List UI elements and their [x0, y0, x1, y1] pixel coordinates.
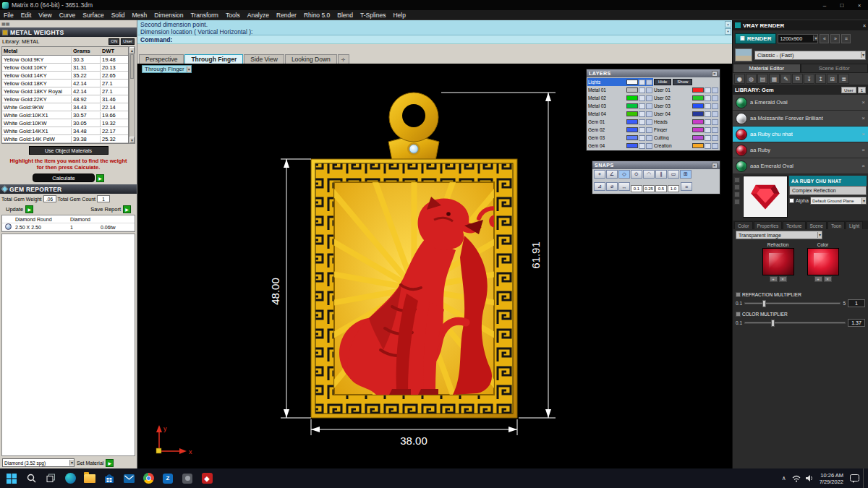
- tab-side-view[interactable]: Side View: [244, 54, 284, 64]
- menu-item[interactable]: Edit: [17, 12, 35, 19]
- layer-row[interactable]: User 02: [653, 94, 719, 102]
- layer-color-chip[interactable]: [692, 87, 704, 93]
- layer-visibility-toggle[interactable]: [705, 127, 711, 133]
- taskbar-clock[interactable]: 10:26 AM 7/29/2022: [817, 472, 846, 485]
- chevron-down-icon[interactable]: ▾: [187, 67, 191, 72]
- layer-lock-toggle[interactable]: [646, 80, 652, 85]
- layer-color-chip[interactable]: [626, 143, 638, 148]
- parallel-snap-icon[interactable]: ∥: [655, 170, 667, 179]
- maximize-icon[interactable]: □: [833, 0, 851, 10]
- gem-table[interactable]: Diamond Round Diamond 2.50 X 2.50 1 0.06…: [1, 215, 135, 232]
- layer-lock-toggle[interactable]: [646, 135, 652, 141]
- material-list-item[interactable]: aa Moissanite Forever Brilliant ×: [733, 111, 868, 127]
- menu-item[interactable]: Dimension: [150, 12, 187, 19]
- update-button[interactable]: ▶: [25, 205, 33, 213]
- store-icon[interactable]: [101, 470, 118, 487]
- volume-icon[interactable]: [804, 470, 814, 487]
- planar-snap-icon[interactable]: ▭: [668, 170, 679, 179]
- color-multiplier-slider[interactable]: [744, 322, 846, 324]
- viewport-title-dropdown[interactable]: Through Finger ▾: [142, 65, 192, 73]
- metal-table-row[interactable]: Yellow Gold:14KY 35.22 22.65: [2, 72, 128, 80]
- slider-handle[interactable]: [771, 320, 775, 327]
- mail-icon[interactable]: [120, 470, 137, 487]
- layer-lock-toggle[interactable]: [712, 119, 718, 125]
- layer-color-chip[interactable]: [692, 111, 704, 116]
- library-on-button[interactable]: ON: [109, 38, 119, 45]
- preview-tool-icon-1[interactable]: [734, 177, 740, 183]
- metal-table-row[interactable]: Yellow Gold:10KY 31.31 20.13: [2, 64, 128, 72]
- diameter-snap-icon[interactable]: ⌀: [606, 182, 618, 191]
- menu-item[interactable]: T-Splines: [357, 12, 389, 19]
- layer-visibility-toggle[interactable]: [639, 119, 645, 125]
- column-dwt[interactable]: DWT: [101, 48, 128, 54]
- layer-lock-toggle[interactable]: [646, 87, 652, 93]
- total-gem-count-value[interactable]: 1: [97, 195, 110, 202]
- menu-item[interactable]: Tools: [222, 12, 244, 19]
- render-button[interactable]: ▣ RENDER: [735, 33, 776, 44]
- layer-row[interactable]: Metal 02: [587, 94, 653, 102]
- layer-color-chip[interactable]: [626, 87, 638, 93]
- menu-item[interactable]: Transform: [187, 12, 221, 19]
- calculate-play-icon[interactable]: ▶: [96, 174, 104, 182]
- snap-value-field[interactable]: 0.25: [643, 185, 655, 192]
- chrome-icon[interactable]: [140, 470, 157, 487]
- layer-visibility-toggle[interactable]: [639, 111, 645, 117]
- render-back-icon[interactable]: «: [820, 34, 829, 43]
- layer-visibility-toggle[interactable]: [705, 95, 711, 101]
- layer-row[interactable]: User 03: [653, 102, 719, 110]
- center-snap-icon[interactable]: ⊙: [631, 170, 642, 179]
- menu-item[interactable]: Analyze: [244, 12, 273, 19]
- layer-lock-toggle[interactable]: [712, 95, 718, 101]
- material-property-tab[interactable]: Scene: [807, 221, 827, 229]
- layer-row[interactable]: Gem 01: [587, 118, 653, 126]
- matrix-app-icon[interactable]: ◆: [198, 470, 216, 487]
- layer-visibility-toggle[interactable]: [639, 127, 645, 133]
- library-page-button[interactable]: 1: [858, 87, 866, 93]
- panel-menu-icon[interactable]: ▦▦: [1, 21, 9, 27]
- tab-scene-editor[interactable]: Scene Editor: [801, 64, 868, 73]
- metal-table-row[interactable]: White Gold:14K PdW 39.38 25.32: [2, 135, 128, 143]
- material-property-tab[interactable]: Color: [734, 221, 753, 229]
- refraction-remove-icon[interactable]: ×: [779, 276, 787, 282]
- hide-button[interactable]: Hide: [654, 79, 671, 85]
- layer-visibility-toggle[interactable]: [639, 87, 645, 93]
- layer-lock-toggle[interactable]: [712, 127, 718, 133]
- sphere-material-icon[interactable]: ●: [734, 74, 745, 84]
- close-icon[interactable]: ×: [851, 0, 868, 10]
- menu-item[interactable]: Blend: [333, 12, 357, 19]
- snap-value-field[interactable]: 1.0: [668, 185, 679, 192]
- grid-snap-icon[interactable]: ⌖: [594, 170, 605, 179]
- column-metal[interactable]: Metal: [2, 48, 72, 54]
- preview-tool-icon-4[interactable]: [734, 199, 740, 205]
- menu-item[interactable]: Rhino 5.0: [300, 12, 333, 19]
- material-list-item[interactable]: aa Ruby chu nhat ×: [733, 127, 868, 142]
- distance-snap-icon[interactable]: ↔: [618, 182, 630, 191]
- layer-row[interactable]: User 01: [653, 86, 719, 94]
- layer-visibility-toggle[interactable]: [639, 135, 645, 141]
- tab-through-finger[interactable]: Through Finger: [184, 54, 243, 64]
- metal-weights-header[interactable]: METAL WEIGHTS: [0, 27, 137, 37]
- layer-visibility-toggle[interactable]: [705, 111, 711, 117]
- layer-color-chip[interactable]: [626, 103, 638, 108]
- angle-snap-icon[interactable]: ⊿: [594, 182, 605, 191]
- menu-item[interactable]: Solid: [108, 12, 129, 19]
- smart-track-icon[interactable]: ⊞: [680, 170, 692, 179]
- layer-visibility-toggle[interactable]: [705, 103, 711, 109]
- hidden-icons-chevron-icon[interactable]: ∧: [780, 475, 788, 481]
- new-viewport-tab-button[interactable]: ✛: [338, 54, 349, 64]
- layer-row[interactable]: Gem 04: [587, 142, 653, 150]
- layer-row[interactable]: Cutting: [653, 134, 719, 142]
- scroll-up-icon[interactable]: ▲: [725, 21, 731, 27]
- layer-lock-toggle[interactable]: [646, 143, 652, 149]
- layer-lock-toggle[interactable]: [712, 111, 718, 117]
- layer-lock-toggle[interactable]: [712, 135, 718, 141]
- layer-visibility-toggle[interactable]: [639, 143, 645, 149]
- menu-item[interactable]: View: [35, 12, 55, 19]
- layer-color-chip[interactable]: [626, 80, 638, 85]
- layer-visibility-toggle[interactable]: [639, 95, 645, 101]
- command-scrollbar[interactable]: ▲ ▼: [725, 21, 731, 35]
- slider-handle[interactable]: [762, 300, 766, 307]
- layer-row[interactable]: Lights: [587, 78, 653, 86]
- metal-table-row[interactable]: White Gold:10KW 30.05 19.32: [2, 119, 128, 127]
- layer-color-chip[interactable]: [626, 127, 638, 132]
